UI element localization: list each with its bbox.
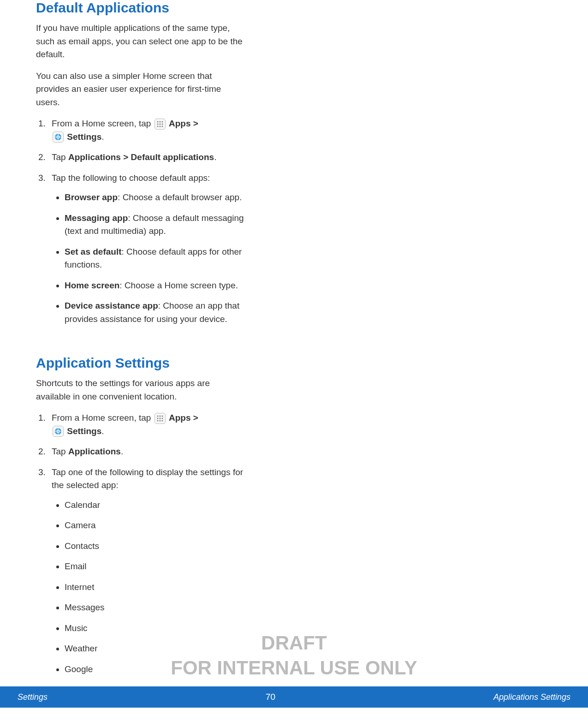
step-text: . <box>214 152 216 162</box>
svg-rect-10 <box>58 134 59 135</box>
svg-point-7 <box>159 125 160 127</box>
step-text: . <box>101 132 104 142</box>
bullet-item: Home screen: Choose a Home screen type. <box>65 279 245 292</box>
step-bold: Applications <box>68 152 121 162</box>
svg-rect-27 <box>60 431 61 432</box>
bullet-label: Set as default <box>65 247 122 256</box>
svg-point-17 <box>157 417 158 419</box>
bullet-label: Browser app <box>65 192 118 202</box>
settings-label: Settings <box>67 132 101 142</box>
svg-point-21 <box>159 420 160 421</box>
svg-point-5 <box>161 123 163 125</box>
step-text: From a Home screen, tap <box>52 119 154 128</box>
step-text: > <box>190 413 198 423</box>
bullet-item: Weather <box>65 642 245 655</box>
svg-rect-24 <box>58 429 59 429</box>
step-text: Tap the following to choose default apps… <box>52 173 210 183</box>
svg-point-4 <box>159 123 160 125</box>
svg-point-1 <box>159 121 160 122</box>
svg-point-19 <box>161 417 163 419</box>
step-item: From a Home screen, tap Apps > Settings. <box>48 117 245 143</box>
svg-point-0 <box>157 121 158 122</box>
bullet-label: Home screen <box>65 280 119 290</box>
svg-point-6 <box>157 125 158 127</box>
bullet-item: Messages <box>65 601 245 614</box>
bullet-label: Device assistance app <box>65 301 158 310</box>
bullet-label: Messaging app <box>65 213 128 223</box>
footer-page-number: 70 <box>266 692 275 702</box>
svg-point-15 <box>159 415 160 417</box>
bullet-item: Google <box>65 663 245 676</box>
svg-rect-26 <box>55 431 56 432</box>
step-text: Tap <box>52 152 68 162</box>
step-item: Tap one of the following to display the … <box>48 466 245 676</box>
apps-label: Apps <box>169 413 191 423</box>
step-text: From a Home screen, tap <box>52 413 154 423</box>
bullet-list: Browser app: Choose a default browser ap… <box>52 191 245 326</box>
settings-label: Settings <box>67 426 101 436</box>
svg-point-20 <box>157 420 158 421</box>
section-heading-default-applications: Default Applications <box>36 0 245 15</box>
footer-left: Settings <box>18 692 48 702</box>
bullet-item: Set as default: Choose default apps for … <box>65 245 245 272</box>
intro-paragraph: You can also use a simpler Home screen t… <box>36 70 245 109</box>
bullet-item: Device assistance app: Choose an app tha… <box>65 299 245 326</box>
bullet-item: Music <box>65 622 245 635</box>
svg-point-16 <box>161 415 163 417</box>
svg-rect-13 <box>60 137 61 138</box>
main-content-column: Default Applications If you have multipl… <box>0 0 281 676</box>
page-footer: Settings 70 Applications Settings <box>0 686 588 708</box>
bullet-item: Browser app: Choose a default browser ap… <box>65 191 245 204</box>
svg-rect-25 <box>58 434 59 435</box>
apps-icon <box>154 413 166 424</box>
bullet-list: Calendar Camera Contacts Email Internet … <box>52 499 245 676</box>
step-bold: Applications <box>68 447 121 456</box>
steps-list: From a Home screen, tap Apps > Settings.… <box>36 117 245 326</box>
step-text: > <box>121 152 131 162</box>
bullet-item: Camera <box>65 519 245 532</box>
svg-point-18 <box>159 417 160 419</box>
step-text: . <box>121 447 123 456</box>
svg-rect-11 <box>58 139 59 140</box>
settings-icon <box>53 426 64 437</box>
apps-label: Apps <box>169 119 191 128</box>
step-text: Tap one of the following to display the … <box>52 467 243 490</box>
step-item: Tap Applications. <box>48 445 245 459</box>
bullet-text: : Choose a default browser app. <box>118 192 242 202</box>
section-heading-application-settings: Application Settings <box>36 355 245 370</box>
intro-paragraph: Shortcuts to the settings for various ap… <box>36 377 245 403</box>
svg-rect-12 <box>55 137 56 138</box>
footer-right: Applications Settings <box>493 692 570 702</box>
svg-point-2 <box>161 121 163 122</box>
step-item: Tap Applications > Default applications. <box>48 151 245 164</box>
page: Default Applications If you have multipl… <box>0 0 588 727</box>
step-bold: Default applications <box>131 152 214 162</box>
svg-point-22 <box>161 420 163 421</box>
steps-list: From a Home screen, tap Apps > Settings.… <box>36 411 245 676</box>
bullet-item: Calendar <box>65 499 245 512</box>
bullet-item: Email <box>65 560 245 573</box>
bullet-item: Messaging app: Choose a default messagin… <box>65 212 245 238</box>
svg-point-3 <box>157 123 158 125</box>
svg-point-8 <box>161 125 163 127</box>
settings-icon <box>53 131 64 143</box>
intro-paragraph: If you have multiple applications of the… <box>36 22 245 61</box>
step-text: . <box>101 426 104 436</box>
bullet-item: Contacts <box>65 540 245 553</box>
step-item: Tap the following to choose default apps… <box>48 172 245 326</box>
step-text: > <box>190 119 198 128</box>
svg-point-14 <box>157 415 158 417</box>
bullet-text: : Choose a Home screen type. <box>119 280 238 290</box>
step-item: From a Home screen, tap Apps > Settings. <box>48 411 245 438</box>
apps-icon <box>154 119 166 130</box>
step-text: Tap <box>52 447 68 456</box>
bullet-item: Internet <box>65 581 245 594</box>
